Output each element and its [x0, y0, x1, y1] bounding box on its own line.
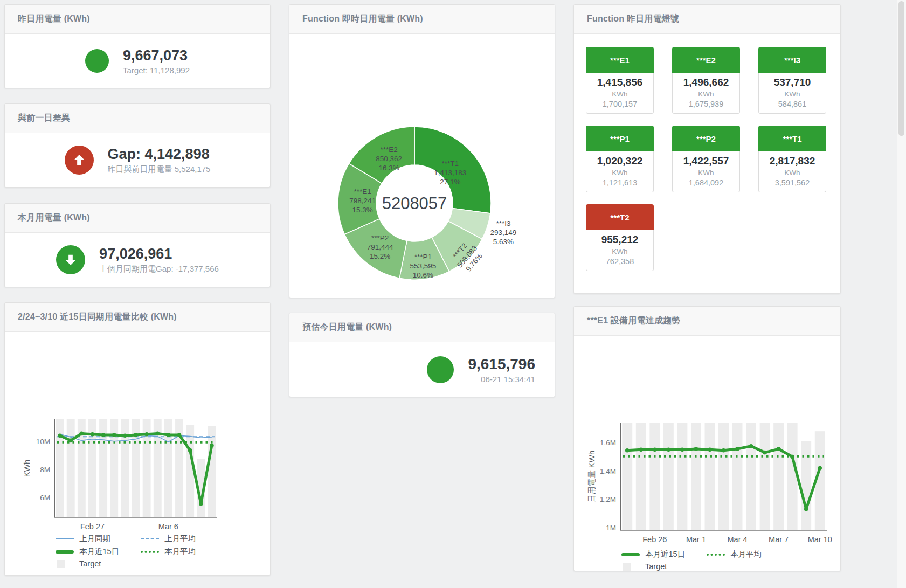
data-point[interactable]	[667, 448, 671, 452]
panel-title: 昨日用電量 (KWh)	[18, 13, 90, 25]
target-bar	[760, 423, 770, 530]
device-tile[interactable]: ***T2 955,212 KWh 762,358	[586, 204, 654, 271]
y-axis-label: 日用電量 KWh	[587, 451, 596, 503]
data-point[interactable]	[804, 507, 808, 511]
data-point[interactable]	[722, 448, 726, 453]
device-tile[interactable]: ***E1 1,415,856 KWh 1,700,157	[586, 47, 654, 114]
target-bar	[649, 423, 660, 530]
data-point[interactable]	[763, 451, 767, 455]
legend-label: 本月平均	[164, 547, 196, 557]
indicator-tile-grid: ***E1 1,415,856 KWh 1,700,157 ***E2 1,49…	[574, 34, 840, 271]
data-point[interactable]	[155, 432, 160, 436]
svg-text:Mar 4: Mar 4	[727, 535, 747, 544]
legend-label: 本月近15日	[645, 549, 685, 559]
page-scrollbar[interactable]	[897, 0, 906, 588]
stat-row: 97,026,961 上個月同期用電Gap: -17,377,566	[5, 233, 270, 287]
data-point[interactable]	[101, 433, 106, 437]
panel-realtime-donut: Function 即時日用電量 (KWh) ***T11,413,18327.1…	[289, 4, 555, 298]
data-point[interactable]	[123, 433, 127, 438]
panel-header: 2/24~3/10 近15日同期用電量比較 (KWh)	[5, 303, 270, 332]
legend-item[interactable]: 本月平均	[707, 549, 798, 559]
device-tile-target: 1,700,157	[586, 100, 653, 108]
data-point[interactable]	[188, 448, 192, 453]
device-tile-unit: KWh	[586, 169, 653, 177]
device-tile-target: 3,591,562	[759, 178, 826, 187]
target-bar	[801, 441, 811, 530]
data-point[interactable]	[134, 433, 138, 437]
data-point[interactable]	[210, 444, 214, 448]
device-tile[interactable]: ***T1 2,817,832 KWh 3,591,562	[758, 126, 826, 192]
data-point[interactable]	[708, 448, 712, 452]
panel-header: Function 昨日用電燈號	[574, 5, 840, 34]
data-point[interactable]	[625, 448, 630, 453]
device-tile-label: ***T2	[586, 204, 654, 230]
data-point[interactable]	[80, 432, 84, 436]
scrollbar-thumb[interactable]	[898, 1, 904, 136]
data-point[interactable]	[199, 502, 203, 506]
data-point[interactable]	[91, 432, 95, 437]
legend-label: 本月平均	[730, 549, 762, 559]
target-bar	[186, 425, 194, 517]
data-point[interactable]	[790, 455, 794, 459]
target-bar	[663, 423, 674, 530]
legend-swatch-blue-dash	[141, 538, 159, 539]
device-tile-target: 1,684,092	[673, 178, 739, 187]
data-point[interactable]	[68, 439, 73, 443]
legend-swatch-green-line	[56, 550, 74, 554]
data-point[interactable]	[112, 433, 116, 437]
svg-text:1.4M: 1.4M	[600, 467, 616, 475]
svg-text:1.6M: 1.6M	[600, 439, 616, 447]
legend-item[interactable]: Target	[621, 562, 707, 571]
legend-item[interactable]: 本月近15日	[621, 549, 707, 559]
data-point[interactable]	[694, 447, 698, 451]
device-tile[interactable]: ***P1 1,020,322 KWh 1,121,613	[586, 126, 654, 192]
data-point[interactable]	[818, 466, 822, 471]
legend-item[interactable]: 上月同期	[56, 534, 141, 544]
stat-subtitle: 06-21 15:34:41	[468, 375, 535, 384]
target-bar	[787, 423, 798, 530]
data-point[interactable]	[680, 448, 684, 452]
data-point[interactable]	[177, 433, 182, 437]
legend-label: Target	[645, 562, 667, 571]
legend-swatch-gray-box	[57, 560, 65, 568]
device-tile-value: 1,496,662	[673, 77, 739, 88]
device-tile-unit: KWh	[586, 90, 653, 98]
panel-15day-comparison: 2/24~3/10 近15日同期用電量比較 (KWh) 6M8M10MFeb 2…	[4, 302, 271, 576]
panel-header: 本月用電量 (KWh)	[5, 204, 270, 233]
data-point[interactable]	[639, 448, 644, 452]
compare-chart: 6M8M10MFeb 27Mar 6KWh	[5, 332, 270, 532]
device-tile-unit: KWh	[673, 169, 739, 177]
status-circle-icon	[427, 356, 454, 383]
svg-text:10M: 10M	[36, 438, 50, 446]
panel-month-usage: 本月用電量 (KWh) 97,026,961 上個月同期用電Gap: -17,3…	[4, 203, 271, 287]
panel-e1-trend: ***E1 設備用電達成趨勢 1M1.2M1.4M1.6MFeb 26Mar 1…	[573, 306, 841, 571]
device-tile-value: 955,212	[586, 234, 653, 246]
data-point[interactable]	[58, 433, 62, 438]
device-tile[interactable]: ***I3 537,710 KWh 584,861	[758, 47, 826, 114]
target-bar	[67, 419, 75, 517]
data-point[interactable]	[653, 448, 657, 452]
data-point[interactable]	[777, 447, 781, 451]
device-tile-value: 537,710	[759, 77, 826, 88]
legend-item[interactable]: 上月平均	[141, 534, 232, 544]
svg-text:Mar 1: Mar 1	[686, 535, 706, 544]
legend-item[interactable]: 本月平均	[141, 547, 232, 557]
device-tile-label: ***E1	[586, 47, 654, 73]
data-point[interactable]	[749, 444, 753, 448]
target-bar	[773, 423, 784, 530]
device-tile[interactable]: ***E2 1,496,662 KWh 1,675,939	[672, 47, 740, 114]
legend-item[interactable]: Target	[56, 559, 141, 568]
legend-swatch-green-dot	[141, 551, 159, 553]
legend-swatch-gray-box	[623, 563, 631, 571]
arrow-down-circle-icon	[56, 245, 85, 274]
data-point[interactable]	[735, 447, 739, 451]
legend-item[interactable]: 本月近15日	[56, 547, 141, 557]
device-tile[interactable]: ***P2 1,422,557 KWh 1,684,092	[672, 126, 740, 192]
data-point[interactable]	[144, 432, 149, 437]
svg-text:8M: 8M	[40, 466, 50, 474]
stat-value: 9,615,796	[468, 356, 535, 373]
panel-title: Function 即時日用電量 (KWh)	[302, 13, 423, 25]
target-bar	[208, 426, 216, 517]
data-point[interactable]	[167, 433, 171, 437]
panel-day-gap: 與前一日差異 Gap: 4,142,898 昨日與前日用電量 5,524,175	[4, 103, 271, 188]
